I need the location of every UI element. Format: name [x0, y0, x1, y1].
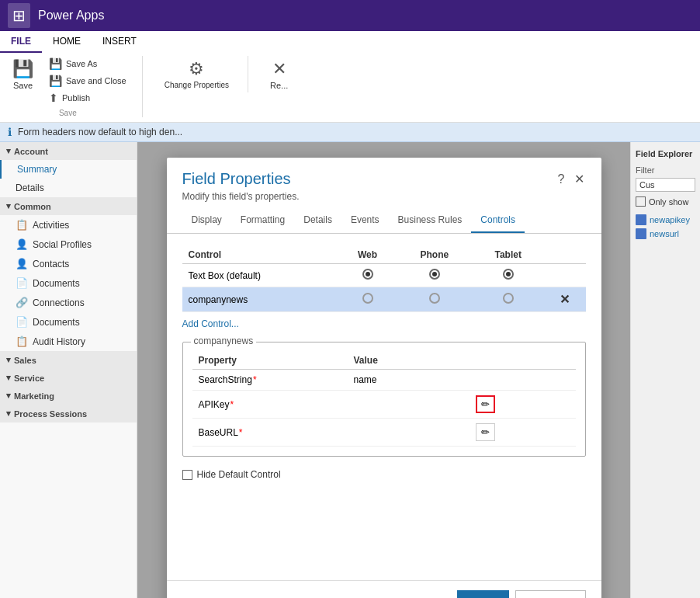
modal-tabs: Display Formatting Details Events Busine…: [167, 208, 601, 234]
process-sessions-chevron-icon: ▾: [6, 409, 11, 419]
sales-chevron-icon: ▾: [6, 355, 11, 365]
help-button[interactable]: ?: [556, 170, 567, 188]
only-show-label: Only show: [649, 197, 688, 207]
social-profiles-label: Social Profiles: [33, 239, 92, 250]
sidebar-section-account[interactable]: ▾ Account: [0, 142, 137, 160]
apps-icon[interactable]: ⊞: [8, 3, 30, 28]
right-panel: Field Explorer Filter Only show newapike…: [630, 142, 700, 598]
controls-section: Control Web Phone Tablet Text Box (defau…: [182, 246, 586, 329]
remove-label: Re...: [270, 81, 288, 90]
add-control-link[interactable]: Add Control...: [182, 318, 239, 329]
marketing-label: Marketing: [14, 391, 54, 401]
control-web-textbox[interactable]: [338, 264, 397, 287]
control-tablet-textbox[interactable]: [472, 264, 544, 287]
sidebar-section-service[interactable]: ▾ Service: [0, 369, 137, 387]
field-icon-newapikey: [636, 214, 646, 225]
top-bar: ⊞ Power Apps: [0, 0, 700, 31]
activities-label: Activities: [33, 220, 69, 231]
col-header-delete: [544, 246, 585, 264]
sidebar-item-documents2[interactable]: 📄 Documents: [0, 312, 137, 332]
prop-edit-apikey[interactable]: ✏: [470, 391, 575, 419]
documents1-label: Documents: [33, 278, 80, 289]
radio-tablet-textbox[interactable]: [503, 269, 514, 280]
radio-web-companynews[interactable]: [362, 293, 373, 304]
close-button[interactable]: ✕: [573, 170, 586, 188]
prop-value-searchstring: name: [348, 370, 470, 391]
table-row: Text Box (default): [182, 264, 586, 287]
ok-button[interactable]: OK: [457, 590, 509, 598]
save-icon: 💾: [12, 59, 33, 79]
table-row: APIKey* ✏: [192, 391, 576, 419]
tab-controls[interactable]: Controls: [471, 208, 525, 233]
tab-file[interactable]: FILE: [0, 31, 42, 53]
required-star: *: [239, 427, 243, 438]
hide-default-checkbox[interactable]: [182, 470, 192, 480]
control-phone-companynews[interactable]: [397, 287, 472, 312]
save-as-button[interactable]: 💾 Save As: [46, 56, 130, 71]
publish-button[interactable]: ⬆ Publish: [46, 90, 130, 106]
field-item-newapikey[interactable]: newapikey: [636, 213, 695, 227]
tab-details[interactable]: Details: [294, 208, 341, 233]
tab-business-rules[interactable]: Business Rules: [389, 208, 472, 233]
sidebar-section-marketing[interactable]: ▾ Marketing: [0, 387, 137, 405]
modal-header-text: Field Properties Modify this field's pro…: [182, 170, 300, 202]
sidebar-item-details[interactable]: Details: [0, 179, 137, 197]
tab-events[interactable]: Events: [341, 208, 389, 233]
table-row: SearchString* name: [192, 370, 576, 391]
control-tablet-companynews[interactable]: [472, 287, 544, 312]
change-properties-button[interactable]: ⚙ Change Properties: [158, 56, 235, 92]
edit-baseurl-button[interactable]: ✏: [476, 423, 495, 441]
tab-home[interactable]: HOME: [42, 31, 92, 53]
control-name-companynews: companynews: [182, 287, 338, 312]
sidebar-item-summary[interactable]: Summary: [0, 160, 137, 179]
save-close-icon: 💾: [49, 75, 62, 87]
prop-header-value: Value: [348, 352, 470, 370]
ribbon-tabs: FILE HOME INSERT: [0, 31, 700, 53]
cancel-button[interactable]: Cancel: [515, 590, 585, 598]
save-close-button[interactable]: 💾 Save and Close: [46, 73, 130, 89]
modal-title: Field Properties: [182, 170, 300, 188]
ribbon-group-props: ⚙ Change Properties: [158, 56, 248, 92]
only-show-checkbox[interactable]: [636, 196, 646, 207]
sidebar-section-common[interactable]: ▾ Common: [0, 197, 137, 215]
publish-icon: ⬆: [49, 92, 58, 104]
filter-input[interactable]: [636, 178, 695, 192]
radio-tablet-companynews[interactable]: [503, 293, 514, 304]
remove-button[interactable]: ✕ Re...: [264, 56, 294, 93]
connections-icon: 🔗: [16, 297, 28, 308]
contacts-label: Contacts: [33, 259, 69, 269]
tab-formatting[interactable]: Formatting: [231, 208, 294, 233]
control-phone-textbox[interactable]: [397, 264, 472, 287]
sidebar-section-process-sessions[interactable]: ▾ Process Sessions: [0, 405, 137, 422]
service-chevron-icon: ▾: [6, 373, 11, 383]
edit-apikey-button[interactable]: ✏: [476, 395, 495, 413]
summary-label: Summary: [17, 164, 57, 175]
sidebar-item-connections[interactable]: 🔗 Connections: [0, 293, 137, 312]
companynews-properties-box: companynews Property Value: [182, 342, 586, 457]
radio-phone-companynews[interactable]: [429, 293, 440, 304]
tab-display[interactable]: Display: [182, 208, 231, 233]
sidebar-item-social-profiles[interactable]: 👤 Social Profiles: [0, 235, 137, 254]
sidebar-item-audit-history[interactable]: 📋 Audit History: [0, 332, 137, 351]
field-item-newsurl[interactable]: newsurl: [636, 227, 695, 241]
companynews-box-label: companynews: [191, 336, 257, 346]
sidebar-section-sales[interactable]: ▾ Sales: [0, 351, 137, 369]
control-delete-companynews[interactable]: ✕: [544, 287, 585, 312]
info-icon: ℹ: [8, 126, 12, 138]
tab-insert[interactable]: INSERT: [92, 31, 147, 53]
control-web-companynews[interactable]: [338, 287, 397, 312]
save-button[interactable]: 💾 Save: [6, 56, 40, 93]
save-label: Save: [13, 81, 33, 90]
required-star: *: [230, 399, 234, 410]
documents2-icon: 📄: [16, 316, 28, 328]
sidebar-item-activities[interactable]: 📋 Activities: [0, 215, 137, 235]
radio-phone-textbox[interactable]: [429, 269, 440, 280]
delete-icon[interactable]: ✕: [560, 293, 570, 306]
table-row[interactable]: companynews ✕: [182, 287, 586, 312]
filter-label: Filter: [636, 165, 695, 175]
prop-edit-baseurl[interactable]: ✏: [470, 419, 575, 447]
radio-web-textbox[interactable]: [362, 269, 373, 280]
sidebar-item-contacts[interactable]: 👤 Contacts: [0, 254, 137, 273]
sidebar-item-documents1[interactable]: 📄 Documents: [0, 273, 137, 293]
content-area: Field Properties Modify this field's pro…: [137, 142, 630, 598]
